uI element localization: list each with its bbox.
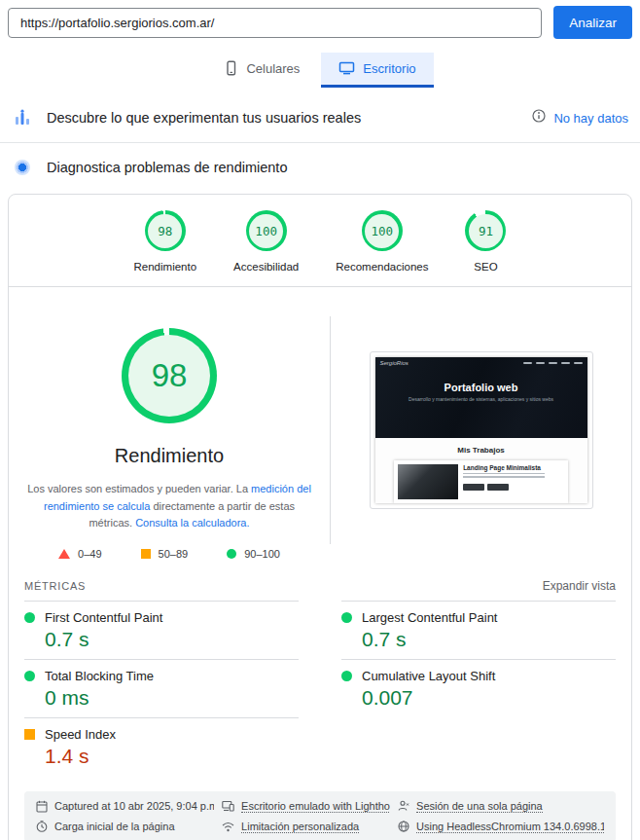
metric-value: 0.7 s [362, 628, 616, 651]
preview-card-title: Landing Page Minimalista [463, 464, 545, 471]
clock-icon [36, 821, 48, 832]
globe-icon [398, 821, 409, 832]
performance-score-ring: 98 [122, 328, 217, 423]
env-captured: Captured at 10 abr 2025, 9:04 p.m. GMT-3 [36, 800, 214, 813]
pagespeed-report: Analizar Celulares Escritorio Descubre l… [0, 0, 640, 840]
metric-status-icon [24, 671, 35, 681]
metrics-header: MÉTRICAS Expandir vista [9, 566, 631, 601]
metric-lcp: Largest Contentful Paint 0.7 s [341, 601, 616, 659]
analyze-button[interactable]: Analizar [553, 6, 632, 39]
env-initial-load: Carga inicial de la página [36, 821, 214, 833]
score-ring: 100 [362, 210, 403, 251]
score-ring: 98 [145, 210, 186, 251]
metrics-grid: First Contentful Paint 0.7 s Largest Con… [9, 601, 631, 776]
field-data-title: Descubre lo que experimentan tus usuario… [47, 110, 361, 126]
performance-summary: 98 Rendimiento Los valores son estimados… [9, 287, 631, 566]
preview-card: Landing Page Minimalista [394, 460, 568, 503]
report-card: 98 Rendimiento 100 Accesibilidad 100 Rec… [8, 194, 632, 840]
environment-bar: Captured at 10 abr 2025, 9:04 p.m. GMT-3… [24, 791, 616, 840]
gauge-rendimiento[interactable]: 98 Rendimiento [134, 210, 197, 273]
lab-data-row: Diagnostica problemas de rendimiento [0, 143, 640, 192]
score-ring: 91 [465, 210, 506, 251]
url-bar-row: Analizar [0, 0, 640, 45]
phone-icon [224, 60, 238, 76]
metric-status-icon [341, 612, 352, 623]
metric-status-icon [341, 671, 352, 681]
metric-value: 0.7 s [45, 628, 299, 651]
field-data-icon [12, 107, 33, 128]
gauge-label: Recomendaciones [336, 261, 428, 273]
page-screenshot[interactable]: SergioRios Portafolio web Desarrollo y m… [370, 351, 593, 509]
metric-status-icon [24, 612, 35, 623]
gauge-label: Accesibilidad [233, 261, 299, 273]
metric-status-icon [24, 729, 35, 740]
performance-score: 98 [128, 335, 210, 417]
good-circle-icon [227, 549, 236, 559]
no-data-link[interactable]: No hay datos [553, 111, 628, 126]
gauge-accesibilidad[interactable]: 100 Accesibilidad [233, 210, 299, 273]
preview-subtitle: Desarrollo y mantenimiento de sistemas, … [375, 396, 587, 402]
average-square-icon [141, 549, 151, 559]
tab-label: Celulares [246, 61, 300, 76]
gauge-label: Rendimiento [134, 261, 197, 273]
score-disclaimer: Los valores son estimados y pueden varia… [23, 481, 315, 532]
metric-cls: Cumulative Layout Shift 0.007 [341, 659, 616, 717]
gauge-label: SEO [474, 261, 497, 273]
user-icon [398, 800, 409, 812]
gauge-seo[interactable]: 91 SEO [465, 210, 506, 273]
metric-value: 1.4 s [45, 745, 299, 768]
url-input[interactable] [8, 8, 542, 38]
category-gauges: 98 Rendimiento 100 Accesibilidad 100 Rec… [9, 195, 631, 287]
tab-escritorio[interactable]: Escritorio [321, 53, 433, 88]
summary-title: Rendimiento [115, 445, 224, 467]
expand-view-link[interactable]: Expandir vista [543, 579, 616, 593]
field-data-row: Descubre lo que experimentan tus usuario… [0, 93, 640, 143]
tab-celulares[interactable]: Celulares [206, 53, 317, 88]
metric-value: 0.007 [362, 686, 616, 710]
preview-title: Portafolio web [375, 382, 587, 393]
wifi-icon [222, 822, 234, 832]
metric-speed-index: Speed Index 1.4 s [24, 717, 299, 776]
calendar-icon [36, 800, 48, 813]
metric-fcp: First Contentful Paint 0.7 s [24, 601, 299, 659]
metric-empty-cell [341, 717, 616, 776]
lab-data-icon [12, 157, 33, 178]
env-session[interactable]: Sesión de una sola página [398, 800, 604, 813]
devices-icon [222, 800, 234, 812]
preview-brand: SergioRios [380, 360, 409, 366]
preview-section-title: Mis Trabajos [375, 446, 587, 455]
desktop-icon [338, 60, 355, 76]
env-throttling[interactable]: Limitación personalizada [222, 821, 390, 833]
calculated-link[interactable]: se calcula [103, 500, 151, 512]
info-icon[interactable] [532, 109, 546, 127]
lab-data-title: Diagnostica problemas de rendimiento [47, 160, 287, 175]
metric-value: 0 ms [45, 686, 299, 710]
gauge-recomendaciones[interactable]: 100 Recomendaciones [336, 210, 428, 273]
score-ring: 100 [246, 210, 287, 251]
preview-card-image [398, 464, 458, 499]
calculator-link[interactable]: Consulta la calculadora. [135, 517, 249, 529]
preview-nav [523, 362, 583, 364]
env-browser[interactable]: Using HeadlessChromium 134.0.6998.165 wi… [398, 821, 604, 833]
score-legend: 0–49 50–89 90–100 [58, 548, 280, 560]
metrics-title: MÉTRICAS [24, 580, 86, 592]
env-emulated[interactable]: Escritorio emulado with Lighthouse 12.4.… [222, 800, 390, 813]
metric-tbt: Total Blocking Time 0 ms [24, 659, 299, 717]
device-tabs: Celulares Escritorio [0, 53, 640, 88]
poor-triangle-icon [58, 549, 70, 559]
tab-label: Escritorio [363, 61, 415, 76]
